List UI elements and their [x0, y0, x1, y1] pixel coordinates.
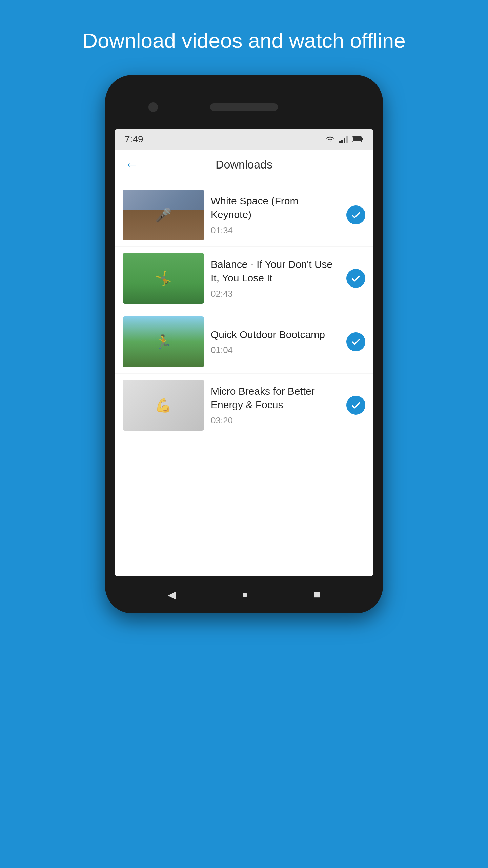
phone-shell: 7:49	[105, 75, 383, 613]
empty-content-area	[115, 437, 373, 573]
app-bar: ← Downloads	[115, 150, 373, 180]
video-info: Quick Outdoor Bootcamp 01:04	[204, 328, 346, 356]
svg-rect-5	[362, 138, 363, 140]
phone-speaker	[210, 103, 278, 111]
status-bar: 7:49	[115, 129, 373, 150]
svg-rect-6	[353, 137, 361, 141]
page-heading: Download videos and watch offline	[55, 27, 433, 55]
list-item[interactable]: Quick Outdoor Bootcamp 01:04	[115, 310, 373, 374]
video-title: Quick Outdoor Bootcamp	[211, 328, 340, 342]
video-title: Balance - If Your Don't Use It, You Lose…	[211, 258, 340, 285]
list-item[interactable]: Micro Breaks for Better Energy & Focus 0…	[115, 374, 373, 437]
video-thumbnail	[123, 253, 204, 304]
downloaded-check-icon	[346, 396, 365, 415]
list-item[interactable]: Balance - If Your Don't Use It, You Lose…	[115, 247, 373, 310]
screen-title: Downloads	[145, 158, 343, 171]
svg-rect-3	[346, 136, 348, 143]
nav-back-button[interactable]: ◀	[168, 588, 176, 601]
wifi-icon	[325, 135, 336, 143]
video-duration: 03:20	[211, 415, 340, 426]
svg-rect-1	[341, 140, 343, 143]
status-time: 7:49	[125, 134, 143, 145]
video-thumbnail	[123, 316, 204, 367]
back-button[interactable]: ←	[125, 158, 138, 171]
video-duration: 02:43	[211, 289, 340, 299]
battery-icon	[352, 135, 363, 143]
phone-bottom-nav: ◀ ● ■	[115, 576, 373, 613]
svg-rect-0	[339, 141, 341, 143]
status-icons	[325, 135, 363, 143]
video-info: Micro Breaks for Better Energy & Focus 0…	[204, 384, 346, 426]
downloaded-check-icon	[346, 332, 365, 351]
video-duration: 01:34	[211, 225, 340, 236]
phone-top-bezel	[115, 85, 373, 129]
video-info: White Space (From Keynote) 01:34	[204, 194, 346, 236]
list-item[interactable]: White Space (From Keynote) 01:34	[115, 183, 373, 247]
video-title: White Space (From Keynote)	[211, 194, 340, 222]
downloaded-check-icon	[346, 269, 365, 288]
nav-recent-button[interactable]: ■	[314, 588, 320, 601]
video-thumbnail	[123, 190, 204, 240]
signal-icon	[339, 135, 348, 143]
phone-camera	[148, 102, 158, 112]
svg-rect-2	[344, 138, 345, 143]
video-title: Micro Breaks for Better Energy & Focus	[211, 384, 340, 412]
video-thumbnail	[123, 380, 204, 431]
phone-screen: 7:49	[115, 129, 373, 576]
nav-home-button[interactable]: ●	[242, 588, 248, 601]
video-duration: 01:04	[211, 345, 340, 355]
downloaded-check-icon	[346, 205, 365, 224]
video-info: Balance - If Your Don't Use It, You Lose…	[204, 258, 346, 299]
video-list: White Space (From Keynote) 01:34 Balance…	[115, 180, 373, 576]
